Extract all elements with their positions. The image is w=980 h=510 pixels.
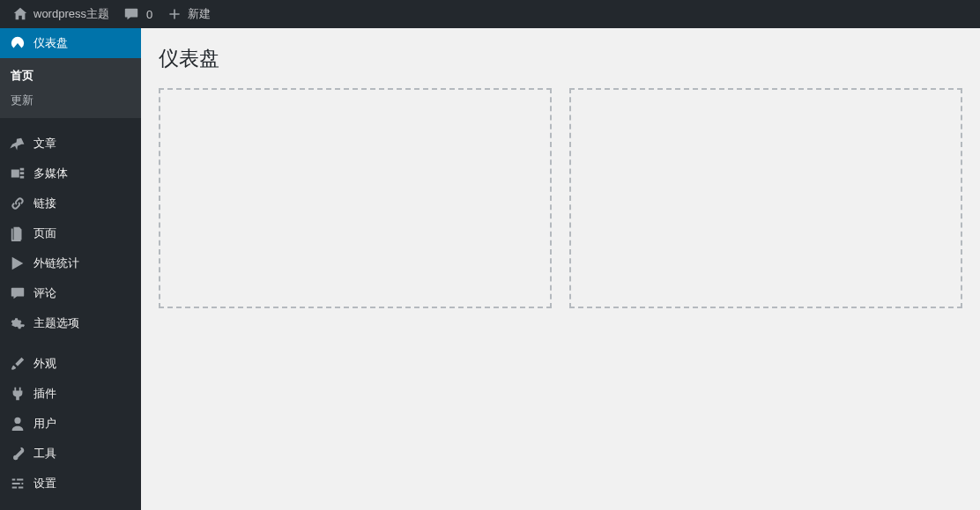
- home-icon: [12, 6, 28, 22]
- sidebar-item-media[interactable]: 多媒体: [0, 159, 141, 188]
- admin-sidebar: 仪表盘 首页 更新 文章 多媒体 链接 页面: [0, 28, 141, 510]
- submenu-item-label: 首页: [11, 69, 33, 82]
- stats-icon: [9, 255, 26, 272]
- dashboard-submenu: 首页 更新: [0, 58, 141, 118]
- media-icon: [9, 165, 26, 182]
- submenu-item-updates[interactable]: 更新: [0, 88, 141, 113]
- sidebar-item-links[interactable]: 链接: [0, 188, 141, 218]
- sidebar-item-label: 链接: [33, 196, 56, 211]
- page-title: 仪表盘: [159, 37, 962, 76]
- sidebar-item-label: 外链统计: [33, 255, 79, 271]
- dashboard-dropzone-right[interactable]: [569, 88, 962, 308]
- comment-icon: [123, 6, 139, 22]
- sidebar-item-label: 插件: [33, 386, 56, 402]
- sidebar-item-appearance[interactable]: 外观: [0, 349, 141, 379]
- brush-icon: [9, 355, 26, 373]
- new-content-link[interactable]: 新建: [160, 0, 218, 28]
- sidebar-item-dashboard[interactable]: 仪表盘: [0, 28, 141, 58]
- sidebar-item-tools[interactable]: 工具: [0, 439, 141, 469]
- sidebar-item-comments[interactable]: 评论: [0, 278, 141, 308]
- sidebar-item-label: 主题选项: [33, 315, 79, 331]
- sidebar-item-label: 评论: [33, 285, 56, 301]
- sidebar-item-label: 多媒体: [33, 166, 68, 181]
- plus-icon: [167, 6, 182, 22]
- pin-icon: [9, 135, 26, 152]
- sidebar-item-settings[interactable]: 设置: [0, 469, 141, 499]
- sidebar-item-theme-options[interactable]: 主题选项: [0, 308, 141, 338]
- sidebar-item-users[interactable]: 用户: [0, 409, 141, 439]
- plugin-icon: [9, 385, 26, 403]
- link-icon: [9, 195, 26, 212]
- dashboard-widgets: [159, 88, 962, 308]
- sidebar-item-label: 设置: [33, 476, 56, 492]
- menu-separator: [0, 118, 141, 129]
- sidebar-item-posts[interactable]: 文章: [0, 129, 141, 159]
- sidebar-item-label: 文章: [33, 136, 56, 152]
- submenu-item-label: 更新: [11, 93, 33, 107]
- sliders-icon: [9, 475, 26, 492]
- sidebar-item-external-stats[interactable]: 外链统计: [0, 248, 141, 278]
- comment-icon: [9, 285, 26, 302]
- sidebar-item-pages[interactable]: 页面: [0, 218, 141, 248]
- admin-toolbar: wordpress主题 0 新建: [0, 0, 980, 28]
- site-title: wordpress主题: [33, 6, 109, 22]
- new-label: 新建: [188, 6, 211, 22]
- sidebar-item-label: 用户: [33, 416, 56, 432]
- gear-icon: [9, 314, 26, 332]
- sidebar-item-label: 仪表盘: [33, 35, 68, 51]
- sidebar-item-label: 工具: [33, 446, 56, 462]
- page-icon: [9, 225, 26, 242]
- menu-separator: [0, 338, 141, 349]
- sidebar-item-plugins[interactable]: 插件: [0, 379, 141, 409]
- submenu-item-home[interactable]: 首页: [0, 63, 141, 88]
- sidebar-item-label: 外观: [33, 356, 56, 372]
- content-area: 仪表盘: [141, 28, 980, 510]
- user-icon: [9, 415, 26, 432]
- dashboard-icon: [9, 34, 26, 52]
- comments-count: 0: [146, 8, 152, 21]
- wrench-icon: [9, 445, 26, 462]
- sidebar-item-label: 页面: [33, 225, 56, 241]
- site-link[interactable]: wordpress主题: [5, 0, 116, 28]
- dashboard-dropzone-left[interactable]: [159, 88, 552, 308]
- comments-link[interactable]: 0: [116, 0, 160, 28]
